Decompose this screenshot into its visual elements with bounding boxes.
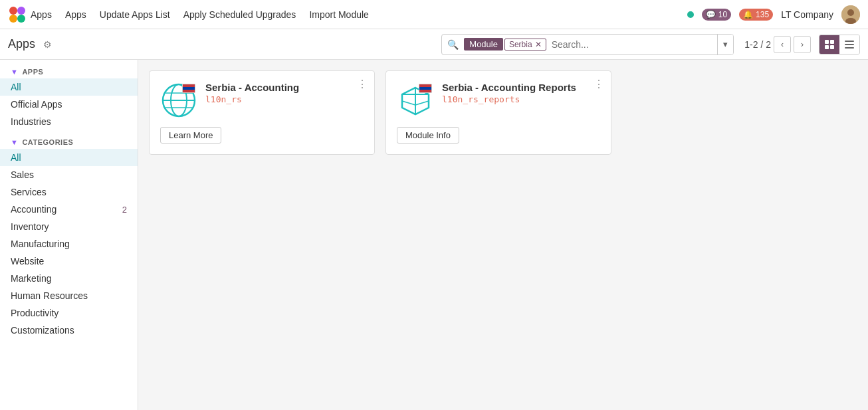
app-code-2: l10n_rs_reports bbox=[442, 94, 600, 104]
sidebar-item-official-apps[interactable]: Official Apps bbox=[0, 96, 138, 113]
svg-point-0 bbox=[9, 7, 17, 15]
card-menu-icon-2[interactable]: ⋮ bbox=[594, 78, 604, 90]
app-icon-box bbox=[397, 82, 434, 119]
search-icon: 🔍 bbox=[442, 39, 464, 50]
folder-icon: ▼ bbox=[11, 68, 18, 76]
online-status-icon bbox=[687, 11, 694, 18]
card-info-2: Serbia - Accounting Reports l10n_rs_repo… bbox=[442, 82, 600, 104]
svg-rect-11 bbox=[845, 41, 854, 42]
learn-more-button[interactable]: Learn More bbox=[160, 127, 221, 144]
alerts-button[interactable]: 🔔 135 bbox=[739, 9, 773, 21]
alert-count: 135 bbox=[756, 10, 769, 19]
app-title: Serbia - Accounting bbox=[205, 82, 364, 93]
next-page-button[interactable]: › bbox=[794, 36, 811, 53]
grid-icon bbox=[825, 40, 834, 49]
top-nav: Apps Apps Update Apps List Apply Schedul… bbox=[0, 0, 868, 29]
module-tag[interactable]: Module bbox=[464, 38, 503, 51]
serbia-filter-tag: Serbia ✕ bbox=[504, 39, 546, 51]
company-name[interactable]: LT Company bbox=[781, 9, 833, 20]
sidebar: ▼ APPS All Official Apps Industries ▼ CA… bbox=[0, 60, 138, 410]
nav-link-apps[interactable]: Apps bbox=[65, 9, 86, 20]
card-header-2: Serbia - Accounting Reports l10n_rs_repo… bbox=[397, 82, 600, 119]
svg-rect-7 bbox=[825, 40, 829, 44]
svg-point-5 bbox=[847, 9, 854, 16]
sidebar-item-all-cat[interactable]: All bbox=[0, 149, 138, 166]
sidebar-item-human-resources[interactable]: Human Resources bbox=[0, 287, 138, 304]
nav-link-import[interactable]: Import Module bbox=[309, 9, 368, 20]
card-header: Serbia - Accounting l10n_rs bbox=[160, 82, 364, 119]
svg-point-1 bbox=[17, 7, 25, 15]
app-title-2: Serbia - Accounting Reports bbox=[442, 82, 600, 93]
apps-section-title: ▼ APPS bbox=[0, 60, 138, 78]
logo-area: Apps bbox=[8, 5, 52, 24]
card-actions: Learn More bbox=[160, 127, 364, 144]
top-nav-right: 💬 10 🔔 135 LT Company bbox=[687, 5, 860, 24]
svg-rect-10 bbox=[830, 45, 834, 49]
sidebar-item-accounting[interactable]: Accounting 2 bbox=[0, 201, 138, 218]
svg-rect-9 bbox=[825, 45, 829, 49]
search-bar: 🔍 Module Serbia ✕ ▾ bbox=[441, 34, 734, 55]
settings-gear-icon[interactable]: ⚙ bbox=[43, 39, 52, 50]
odoo-logo-icon bbox=[8, 5, 27, 24]
app-content: ⋮ bbox=[138, 60, 868, 410]
top-nav-links: Apps Update Apps List Apply Scheduled Up… bbox=[65, 9, 369, 20]
nav-link-upgrades[interactable]: Apply Scheduled Upgrades bbox=[183, 9, 296, 20]
folder-icon-cat: ▼ bbox=[11, 138, 18, 146]
svg-point-3 bbox=[17, 15, 25, 23]
card-actions-2: Module Info bbox=[397, 127, 600, 144]
page-title: Apps bbox=[8, 37, 35, 51]
sidebar-item-all-apps[interactable]: All bbox=[0, 78, 138, 96]
pagination: 1-2 / 2 ‹ › bbox=[744, 36, 811, 53]
svg-point-2 bbox=[9, 15, 17, 23]
avatar-image bbox=[841, 5, 860, 24]
app-icon-globe bbox=[160, 82, 197, 119]
svg-rect-12 bbox=[845, 44, 854, 45]
main-layout: ▼ APPS All Official Apps Industries ▼ CA… bbox=[0, 60, 868, 410]
prev-page-button[interactable]: ‹ bbox=[774, 36, 791, 53]
module-tag-label: Module bbox=[469, 39, 498, 49]
sidebar-item-industries[interactable]: Industries bbox=[0, 113, 138, 130]
sidebar-item-manufacturing[interactable]: Manufacturing bbox=[0, 235, 138, 253]
app-grid: ⋮ bbox=[149, 70, 857, 155]
sub-nav: Apps ⚙ 🔍 Module Serbia ✕ ▾ 1-2 / 2 ‹ › bbox=[0, 29, 868, 60]
sidebar-item-customizations[interactable]: Customizations bbox=[0, 322, 138, 339]
search-input[interactable] bbox=[548, 39, 718, 50]
user-avatar[interactable] bbox=[841, 5, 860, 24]
top-nav-app-label: Apps bbox=[31, 9, 52, 20]
view-toggle bbox=[819, 35, 860, 54]
chat-icon: 💬 bbox=[706, 10, 716, 19]
app-card-serbia-accounting: ⋮ bbox=[149, 70, 375, 155]
sidebar-item-website[interactable]: Website bbox=[0, 253, 138, 270]
serbia-tag-close-icon[interactable]: ✕ bbox=[535, 40, 542, 49]
serbia-tag-label: Serbia bbox=[509, 40, 532, 49]
sidebar-item-productivity[interactable]: Productivity bbox=[0, 304, 138, 322]
sidebar-item-services[interactable]: Services bbox=[0, 183, 138, 201]
sidebar-item-inventory[interactable]: Inventory bbox=[0, 218, 138, 235]
categories-section-title: ▼ CATEGORIES bbox=[0, 130, 138, 149]
svg-rect-13 bbox=[845, 47, 854, 49]
pagination-info: 1-2 / 2 bbox=[744, 39, 771, 50]
app-code: l10n_rs bbox=[205, 94, 364, 104]
grid-view-button[interactable] bbox=[819, 35, 839, 54]
notifications-button[interactable]: 💬 10 bbox=[702, 9, 731, 21]
module-info-button[interactable]: Module Info bbox=[397, 127, 459, 144]
nav-link-update[interactable]: Update Apps List bbox=[100, 9, 170, 20]
list-view-button[interactable] bbox=[839, 35, 859, 54]
svg-line-22 bbox=[402, 101, 415, 105]
svg-rect-8 bbox=[830, 40, 834, 44]
search-dropdown-button[interactable]: ▾ bbox=[717, 35, 733, 54]
svg-line-23 bbox=[415, 101, 429, 105]
notif-count: 10 bbox=[718, 10, 727, 19]
card-info: Serbia - Accounting l10n_rs bbox=[205, 82, 364, 104]
bell-icon: 🔔 bbox=[743, 10, 753, 19]
sidebar-item-sales[interactable]: Sales bbox=[0, 166, 138, 183]
card-menu-icon[interactable]: ⋮ bbox=[357, 78, 368, 90]
sidebar-item-marketing[interactable]: Marketing bbox=[0, 270, 138, 287]
list-icon bbox=[845, 40, 854, 49]
app-card-serbia-accounting-reports: ⋮ bbox=[385, 70, 611, 155]
